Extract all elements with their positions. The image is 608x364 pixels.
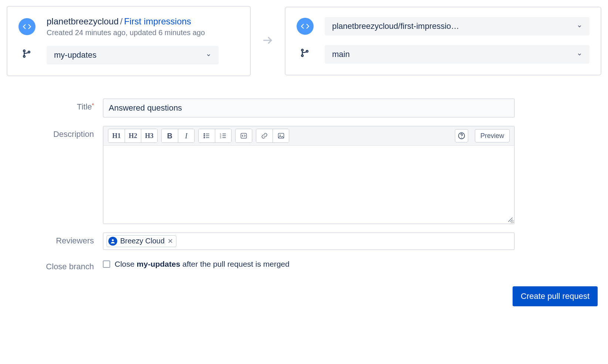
bold-button[interactable]: B [162,129,178,142]
help-button[interactable] [455,129,468,142]
chevron-down-icon [572,21,582,31]
svg-point-23 [112,239,114,241]
close-branch-label: Close branch [7,258,103,272]
code-icon [297,18,314,35]
svg-point-22 [461,137,462,138]
image-button[interactable] [273,129,289,142]
reviewers-input[interactable]: Breezy Cloud ✕ [103,232,515,250]
close-branch-checkbox[interactable] [103,260,110,268]
arrow-right-icon [261,34,274,48]
remove-reviewer-button[interactable]: ✕ [168,237,173,245]
branch-icon [18,49,36,61]
preview-button[interactable]: Preview [475,129,510,142]
bullet-list-button[interactable] [199,129,215,142]
svg-point-7 [204,135,205,136]
source-branch-label: my-updates [54,50,97,60]
link-button[interactable] [256,129,273,142]
branch-comparison: planetbreezycloud/First impressions Crea… [7,6,601,76]
reviewers-label: Reviewers [7,232,103,246]
target-repo-label: planetbreezycloud/first-impressio… [332,21,459,31]
target-repo-selector[interactable]: planetbreezycloud/first-impressio… [325,17,590,36]
pr-form: Title* Description H1 H2 H3 B I [7,98,601,306]
reviewer-name: Breezy Cloud [120,237,165,245]
svg-point-20 [280,135,281,136]
compare-arrow [257,34,279,48]
branch-icon [297,48,314,60]
create-pull-request-button[interactable]: Create pull request [513,286,598,306]
code-icon [18,18,36,35]
source-repo-info: planetbreezycloud/First impressions Crea… [47,16,205,37]
source-meta: Created 24 minutes ago, updated 6 minute… [47,28,205,37]
description-editor: H1 H2 H3 B I 123 [103,126,515,224]
chevron-down-icon [202,50,211,60]
svg-point-6 [204,134,205,135]
numbered-list-button[interactable]: 123 [215,129,231,142]
svg-point-8 [204,137,205,138]
svg-point-3 [301,49,303,51]
svg-point-0 [23,50,25,52]
svg-point-1 [23,55,25,57]
close-branch-text: Close my-updates after the pull request … [115,260,290,269]
h2-button[interactable]: H2 [125,129,141,142]
italic-button[interactable]: I [178,129,194,142]
svg-rect-19 [278,134,284,138]
svg-point-4 [301,55,303,57]
editor-toolbar: H1 H2 H3 B I 123 [104,127,514,146]
target-card: planetbreezycloud/first-impressio… main [285,7,601,75]
title-label: Title* [7,98,103,112]
code-button[interactable] [236,129,252,142]
avatar-icon [108,237,117,246]
svg-rect-18 [241,134,247,138]
source-owner: planetbreezycloud [47,16,119,26]
description-textarea[interactable] [104,146,514,223]
h3-button[interactable]: H3 [141,129,157,142]
svg-text:3: 3 [220,136,221,139]
source-branch-selector[interactable]: my-updates [47,46,219,64]
title-input[interactable] [103,98,515,118]
description-label: Description [7,126,103,139]
target-branch-label: main [332,50,350,59]
source-repo-link[interactable]: First impressions [124,16,191,26]
target-branch-selector[interactable]: main [325,45,590,64]
reviewer-chip: Breezy Cloud ✕ [107,235,176,247]
h1-button[interactable]: H1 [108,129,125,142]
chevron-down-icon [572,50,582,59]
source-card: planetbreezycloud/First impressions Crea… [7,6,251,76]
